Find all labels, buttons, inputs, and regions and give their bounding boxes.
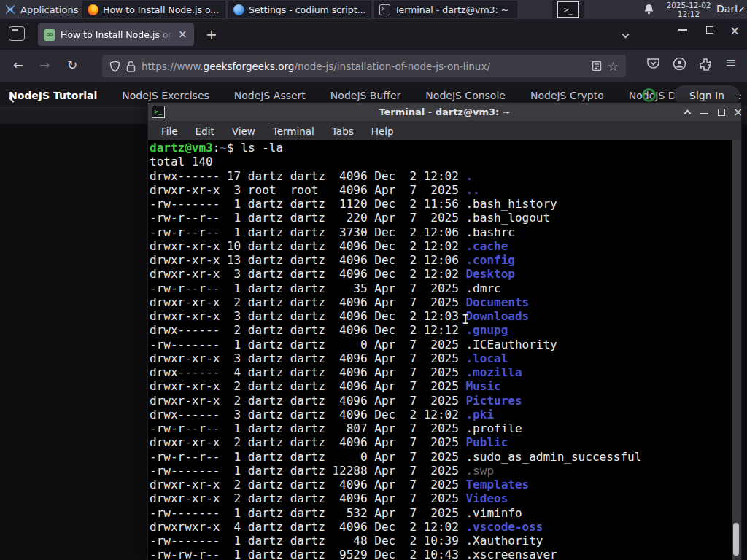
applications-menu-label: Applications xyxy=(20,4,78,15)
nav-item[interactable]: NodeJS Tutorial xyxy=(9,90,97,101)
file-attributes: drwxrwxr-x 4 dartz dartz 4096 Dec 2 12:0… xyxy=(150,520,465,534)
terminal-minimize-button[interactable] xyxy=(700,113,708,114)
directory-name: .local xyxy=(465,351,508,365)
terminal-row: drwxr-xr-x 2 dartz dartz 4096 Apr 7 2025… xyxy=(150,478,732,491)
terminal-total-line: total 140 xyxy=(150,155,732,168)
gfg-logo-icon[interactable] xyxy=(642,88,656,102)
nav-item[interactable]: NodeJS Exercises xyxy=(122,90,209,101)
file-attributes: -rw-r--r-- 1 dartz dartz 807 Apr 7 2025 xyxy=(150,421,465,435)
account-icon[interactable] xyxy=(673,57,686,71)
directory-name: Downloads xyxy=(465,309,529,323)
terminal-row: -rw------- 1 dartz dartz 12288 Apr 7 202… xyxy=(150,464,732,478)
terminal-scrollbar-thumb[interactable] xyxy=(733,523,739,556)
directory-name: .. xyxy=(465,183,479,197)
file-attributes: -rw-r--r-- 1 dartz dartz 3730 Dec 2 12:0… xyxy=(150,225,465,239)
firefox-view-icon[interactable] xyxy=(9,26,25,41)
url-bar[interactable]: https://www.geeksforgeeks.org/node-js/in… xyxy=(102,55,626,77)
terminal-scrollbar[interactable] xyxy=(732,140,741,560)
file-name: .swp xyxy=(465,464,494,478)
file-attributes: drwxr-xr-x 3 dartz dartz 4096 Dec 2 12:0… xyxy=(150,309,465,323)
menu-hamburger-icon[interactable]: ≡ xyxy=(725,54,737,70)
file-attributes: -rw------- 1 dartz dartz 0 Apr 7 2025 xyxy=(150,338,465,351)
shield-icon[interactable] xyxy=(109,61,120,72)
tab-close-icon[interactable]: × xyxy=(178,29,187,40)
file-attributes: drwxr-xr-x 2 dartz dartz 4096 Apr 7 2025 xyxy=(150,379,465,393)
file-name: .dmrc xyxy=(465,281,500,295)
reader-view-icon[interactable] xyxy=(592,61,602,71)
terminal-row: drwxr-xr-x 2 dartz dartz 4096 Apr 7 2025… xyxy=(150,379,732,393)
directory-name: . xyxy=(465,169,473,183)
terminal-row: drwxr-xr-x 2 dartz dartz 4096 Apr 7 2025… xyxy=(150,491,732,505)
terminal-row: drwxr-xr-x 13 dartz dartz 4096 Dec 2 12:… xyxy=(150,253,732,267)
file-name: .xscreensaver xyxy=(465,548,557,560)
file-attributes: drwxr-xr-x 13 dartz dartz 4096 Dec 2 12:… xyxy=(150,253,465,267)
prompt-path: ~ xyxy=(220,141,227,155)
nav-item[interactable]: NodeJS Buffer xyxy=(330,90,401,101)
firefox-icon xyxy=(88,4,98,15)
pocket-icon[interactable] xyxy=(646,57,660,71)
terminal-row: drwx------ 17 dartz dartz 4096 Dec 2 12:… xyxy=(150,169,732,183)
lock-icon[interactable] xyxy=(126,61,136,72)
terminal-maximize-button[interactable] xyxy=(718,109,725,116)
terminal-menu-tabs[interactable]: Tabs xyxy=(325,124,361,139)
terminal-menu-edit[interactable]: Edit xyxy=(188,124,222,139)
terminal-row: -rw------- 1 dartz dartz 532 Apr 7 2025 … xyxy=(150,506,732,520)
taskbar-button[interactable]: Settings - codium script... xyxy=(228,1,371,18)
terminal-menu-help[interactable]: Help xyxy=(364,124,401,139)
terminal-icon: >_ xyxy=(379,4,390,15)
applications-menu-button[interactable]: Applications ≡ xyxy=(0,0,93,19)
panel-clock[interactable]: 2025-12-02 12:12 xyxy=(662,0,715,19)
window-close-button[interactable]: × xyxy=(729,23,740,38)
terminal-window: >_ Terminal - dartz@vm3: ~ × FileEditVie… xyxy=(147,102,742,560)
terminal-titlebar[interactable]: >_ Terminal - dartz@vm3: ~ × xyxy=(148,103,741,122)
file-attributes: drwxr-xr-x 3 dartz dartz 4096 Apr 7 2025 xyxy=(150,351,465,365)
terminal-menu-file[interactable]: File xyxy=(154,124,185,139)
extensions-puzzle-icon[interactable] xyxy=(699,57,713,71)
terminal-row: drwxr-xr-x 2 dartz dartz 4096 Apr 7 2025… xyxy=(150,394,732,408)
file-attributes: -rw-r--r-- 1 dartz dartz 35 Apr 7 2025 xyxy=(150,281,465,295)
directory-name: .vscode-oss xyxy=(465,520,543,534)
nav-item[interactable]: NodeJS Crypto xyxy=(530,90,604,101)
back-button[interactable]: ← xyxy=(13,58,23,72)
nav-item[interactable]: NodeJS Console xyxy=(425,90,506,101)
taskbar-button[interactable]: How to Install Node.js o... xyxy=(82,1,225,18)
window-minimize-button[interactable] xyxy=(678,29,687,31)
terminal-row: -rw-rw-r-- 1 dartz dartz 9529 Dec 2 10:4… xyxy=(150,548,732,560)
directory-name: .pki xyxy=(465,408,494,421)
terminal-menu-view[interactable]: View xyxy=(225,124,263,139)
file-attributes: -rw------- 1 dartz dartz 12288 Apr 7 202… xyxy=(150,464,465,478)
file-name: .viminfo xyxy=(465,506,522,520)
file-attributes: drwxr-xr-x 2 dartz dartz 4096 Apr 7 2025 xyxy=(150,295,465,309)
forward-button[interactable]: → xyxy=(39,58,50,72)
file-attributes: -rw------- 1 dartz dartz 532 Apr 7 2025 xyxy=(150,506,465,520)
terminal-row: drwxr-xr-x 3 dartz dartz 4096 Dec 2 12:0… xyxy=(150,309,732,323)
file-attributes: -rw------- 1 dartz dartz 48 Dec 2 10:39 xyxy=(150,534,465,548)
browser-tab-active[interactable]: ∞ How to Install Node.js on × xyxy=(38,23,194,46)
terminal-close-button[interactable]: × xyxy=(733,105,743,119)
terminal-row: -rw-r--r-- 1 dartz dartz 3730 Dec 2 12:0… xyxy=(150,225,732,239)
reload-button[interactable]: ↻ xyxy=(67,58,77,72)
tray-terminal-icon[interactable]: >_ xyxy=(557,1,579,18)
url-text: https://www.geeksforgeeks.org/node-js/in… xyxy=(142,61,586,72)
terminal-title: Terminal - dartz@vm3: ~ xyxy=(148,106,741,117)
file-attributes: drwxr-xr-x 3 root root 4096 Apr 7 2025 xyxy=(150,183,465,197)
tray-area: >_ xyxy=(552,1,584,18)
terminal-menu-terminal[interactable]: Terminal xyxy=(266,124,322,139)
directory-name: Pictures xyxy=(465,394,522,408)
file-name: .profile xyxy=(465,421,522,435)
directory-name: .cache xyxy=(465,239,508,253)
bookmark-star-icon[interactable]: ☆ xyxy=(608,59,619,74)
terminal-row: drwxr-xr-x 2 dartz dartz 4096 Apr 7 2025… xyxy=(150,435,732,449)
terminal-row: -rw------- 1 dartz dartz 0 Apr 7 2025 .I… xyxy=(150,338,732,351)
terminal-row: drwx------ 3 dartz dartz 4096 Dec 2 12:0… xyxy=(150,408,732,421)
file-name: .bash_logout xyxy=(465,211,550,225)
terminal-row: drwxr-xr-x 3 dartz dartz 4096 Dec 2 12:0… xyxy=(150,267,732,281)
file-attributes: drwxr-xr-x 2 dartz dartz 4096 Apr 7 2025 xyxy=(150,478,465,491)
nav-item[interactable]: NodeJS Assert xyxy=(234,90,306,101)
window-maximize-button[interactable] xyxy=(706,26,713,34)
taskbar-button[interactable]: >_Terminal - dartz@vm3: ~ xyxy=(374,1,517,18)
new-tab-button[interactable]: + xyxy=(206,28,217,41)
codium-icon xyxy=(233,4,244,15)
list-all-tabs-icon[interactable] xyxy=(622,31,630,39)
panel-username: Dartz xyxy=(716,3,744,15)
